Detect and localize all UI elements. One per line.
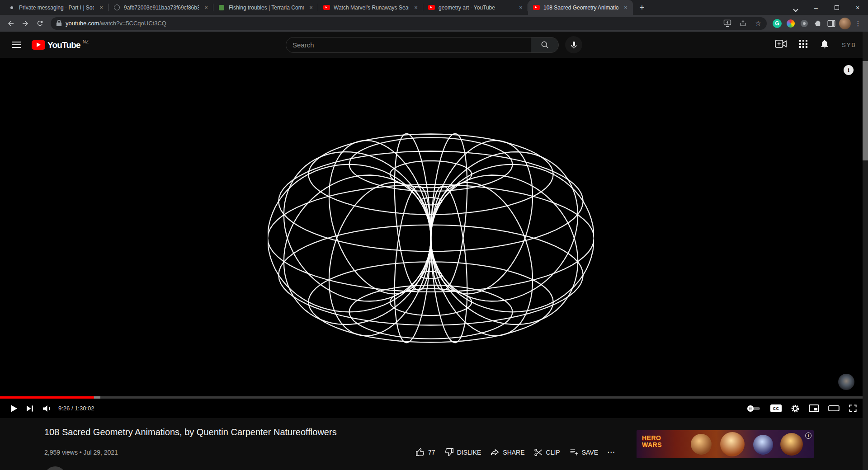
youtube-logo-text: YouTube bbox=[47, 40, 80, 50]
install-app-button[interactable] bbox=[722, 18, 733, 29]
url-text: youtube.com/watch?v=5CCqoUCt3CQ bbox=[66, 20, 718, 27]
new-tab-button[interactable]: + bbox=[636, 1, 648, 14]
lock-icon bbox=[56, 20, 62, 27]
progress-bar[interactable] bbox=[0, 396, 868, 399]
ad-thumbnail[interactable]: HERO WARS i bbox=[637, 430, 814, 458]
url-path: /watch?v=5CCqoUCt3CQ bbox=[99, 20, 166, 27]
theater-mode-button[interactable] bbox=[824, 404, 844, 412]
maximize-icon bbox=[835, 5, 839, 10]
back-button[interactable] bbox=[5, 17, 17, 30]
dislike-label: DISLIKE bbox=[457, 449, 481, 456]
channel-avatar[interactable] bbox=[44, 466, 66, 470]
share-arrow-icon bbox=[490, 447, 500, 457]
clip-button[interactable]: CLIP bbox=[529, 444, 565, 461]
browser-menu-kebab-icon[interactable]: ⋮ bbox=[853, 19, 863, 28]
share-page-icon bbox=[739, 19, 747, 27]
autoplay-toggle-icon bbox=[746, 405, 761, 412]
miniplayer-icon bbox=[809, 404, 819, 412]
window-controls: – × bbox=[806, 0, 868, 15]
ad-character-art bbox=[720, 432, 745, 456]
sidebar-ad[interactable]: HERO WARS i bbox=[637, 430, 814, 458]
save-playlist-icon bbox=[569, 447, 579, 457]
next-button[interactable] bbox=[22, 399, 38, 418]
bookmark-star-icon[interactable]: ☆ bbox=[752, 18, 764, 29]
fullscreen-button[interactable] bbox=[844, 404, 862, 413]
voice-search-button[interactable] bbox=[565, 36, 582, 53]
thumbs-down-icon bbox=[444, 447, 454, 457]
browser-tab-5[interactable]: geometry art - YouTube × bbox=[423, 0, 528, 15]
tab-close-icon[interactable]: × bbox=[203, 4, 210, 11]
settings-button[interactable] bbox=[786, 404, 804, 413]
save-label: SAVE bbox=[582, 449, 598, 456]
address-bar[interactable]: youtube.com/watch?v=5CCqoUCt3CQ ☆ bbox=[51, 17, 767, 30]
scrollbar-thumb[interactable] bbox=[863, 61, 868, 160]
play-button[interactable] bbox=[6, 399, 22, 418]
tab-title: Fishing troubles | Terraria Comm bbox=[229, 5, 304, 11]
ad-character-art bbox=[780, 433, 803, 456]
browser-toolbar: youtube.com/watch?v=5CCqoUCt3CQ ☆ G ⋮ bbox=[0, 15, 868, 32]
volume-button[interactable] bbox=[38, 399, 57, 418]
tab-close-icon[interactable]: × bbox=[412, 4, 420, 11]
globe-favicon bbox=[113, 4, 120, 11]
next-icon bbox=[27, 405, 33, 412]
browser-tab-active[interactable]: 108 Sacred Geometry Animation × bbox=[528, 0, 633, 15]
guide-hamburger-button[interactable] bbox=[12, 42, 21, 48]
youtube-region-code: NZ bbox=[83, 39, 89, 44]
browser-tab-4[interactable]: Watch Marvel's Runaways Seaso × bbox=[318, 0, 423, 15]
create-video-icon bbox=[775, 40, 787, 48]
save-button[interactable]: SAVE bbox=[565, 444, 603, 461]
window-maximize-button[interactable] bbox=[826, 0, 847, 15]
time-display: 9:26 / 1:30:02 bbox=[58, 405, 94, 412]
ad-logo-text: HERO WARS bbox=[642, 435, 662, 448]
url-host: youtube.com bbox=[66, 20, 99, 27]
tab-close-icon[interactable]: × bbox=[517, 4, 524, 11]
ad-info-icon[interactable]: i bbox=[805, 432, 811, 439]
tab-search-chevron-icon[interactable] bbox=[793, 7, 798, 12]
grammarly-extension-icon[interactable]: G bbox=[771, 18, 783, 29]
youtube-logo[interactable]: YouTube NZ bbox=[32, 40, 89, 50]
browser-tab-1[interactable]: Private messaging - Part I | Socke × bbox=[4, 0, 108, 15]
tab-close-icon[interactable]: × bbox=[98, 4, 105, 11]
profile-avatar[interactable] bbox=[839, 18, 851, 29]
theater-icon bbox=[828, 404, 840, 412]
reload-button[interactable] bbox=[33, 17, 46, 30]
notifications-button[interactable] bbox=[820, 39, 829, 51]
grey-extension-icon[interactable] bbox=[798, 18, 810, 29]
window-minimize-button[interactable]: – bbox=[806, 0, 826, 15]
forward-button[interactable] bbox=[19, 17, 32, 30]
account-initials[interactable]: SYB bbox=[842, 42, 856, 48]
dislike-button[interactable]: DISLIKE bbox=[440, 444, 486, 461]
share-page-button[interactable] bbox=[737, 18, 749, 29]
youtube-masthead: YouTube NZ SYB bbox=[0, 32, 868, 58]
masthead-right: SYB bbox=[775, 39, 856, 51]
browser-tab-2[interactable]: 9afb72003e911baa73f69cf86b3a × bbox=[108, 0, 213, 15]
browser-tab-3[interactable]: Fishing troubles | Terraria Comm × bbox=[213, 0, 318, 15]
video-player[interactable]: i 9:26 / 1:30:02 bbox=[0, 58, 868, 418]
video-meta-row: 2,959 views • Jul 29, 2021 77 DISLIKE SH… bbox=[44, 444, 620, 461]
player-info-icon[interactable]: i bbox=[844, 65, 854, 75]
youtube-favicon bbox=[428, 4, 435, 11]
clip-label: CLIP bbox=[546, 449, 560, 456]
captions-button[interactable]: CC bbox=[766, 404, 786, 412]
autoplay-toggle[interactable] bbox=[741, 405, 766, 412]
side-panel-icon[interactable] bbox=[826, 18, 837, 29]
window-close-button[interactable]: × bbox=[847, 0, 868, 15]
create-video-button[interactable] bbox=[775, 40, 787, 50]
tab-close-icon[interactable]: × bbox=[307, 4, 315, 11]
tab-title: 9afb72003e911baa73f69cf86b3a bbox=[124, 5, 199, 11]
search-pill bbox=[286, 37, 559, 53]
tab-title: Private messaging - Part I | Socke bbox=[19, 5, 94, 11]
fullscreen-icon bbox=[849, 404, 857, 413]
search-button[interactable] bbox=[531, 37, 559, 53]
extensions-puzzle-icon[interactable] bbox=[812, 18, 824, 29]
like-button[interactable]: 77 bbox=[411, 444, 440, 461]
tab-close-icon[interactable]: × bbox=[622, 4, 629, 11]
share-button[interactable]: SHARE bbox=[486, 444, 529, 461]
miniplayer-button[interactable] bbox=[804, 404, 824, 412]
bell-icon bbox=[820, 39, 829, 49]
color-extension-icon[interactable] bbox=[785, 18, 797, 29]
more-actions-button[interactable]: ⋯ bbox=[603, 444, 620, 461]
youtube-apps-button[interactable] bbox=[799, 40, 807, 50]
search-input[interactable] bbox=[286, 37, 531, 53]
volume-icon bbox=[42, 404, 52, 413]
